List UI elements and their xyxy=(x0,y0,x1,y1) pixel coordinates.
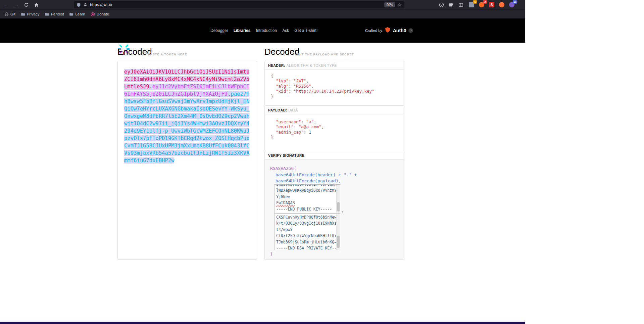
globe-icon xyxy=(4,12,9,16)
key-line: CfUxt2kDi3rwVqrNha6KHtIf0icqZ xyxy=(276,233,340,239)
shield-icon[interactable] xyxy=(77,3,81,7)
nav-get-a-t-shirt-[interactable]: Get a T-shirt! xyxy=(294,28,317,33)
url-text[interactable]: https://jwt.io xyxy=(90,2,112,7)
code-line: "email": "a@a.com", xyxy=(271,124,404,129)
key-line: 5WW37x5VHS6VVUsYzf+0UFGGWM04M xyxy=(276,184,340,187)
extension-5-button[interactable]: 16 xyxy=(508,1,515,8)
token-signature-segment: paez7hhBwsw5FbBflGsuSVwsj3mYwXrv1mpzUdHj… xyxy=(124,91,249,164)
bookmark-label: Donate xyxy=(97,12,109,16)
bookmark-label: Pentest xyxy=(51,12,64,16)
code-line: { xyxy=(271,73,404,78)
refresh-button[interactable] xyxy=(22,1,30,9)
pocket-icon xyxy=(439,2,444,7)
scrollbar-thumb[interactable] xyxy=(337,202,340,212)
bookmark-donate[interactable]: Donate xyxy=(88,11,111,17)
payload-json-editor[interactable]: "username": "a", "email": "a@a.com", "ad… xyxy=(265,114,404,140)
nav-debugger[interactable]: Debugger xyxy=(210,28,228,33)
bookmark-privacy[interactable]: Privacy xyxy=(18,11,42,17)
private-key-text: CXSPCuvnXyHmDPOQfOt6b5nMewG4k+t/Q3QLy/33… xyxy=(275,214,340,250)
browser-window: ← → https://jwt.io 90% ☆ 12S16 GitPrivac… xyxy=(0,0,525,324)
decoded-subtitle: EDIT THE PAYLOAD AND SECRET xyxy=(296,53,354,56)
home-icon xyxy=(34,2,39,7)
encoded-panel: eyJ0eXAiOiJKV1QiLCJhbGciOiJSUzI1NiIsImtp… xyxy=(117,61,257,260)
key-line: CXSPCuvnXyHmDPOQfOt6b5nMewG4 xyxy=(276,214,340,220)
sidebar-icon xyxy=(458,2,463,7)
key-line: k+t/Q3QLy/33vgIcj1UsE9NhXs9j2 xyxy=(276,220,340,226)
code-line: "alg": "RS256", xyxy=(271,84,404,89)
token-dot: . xyxy=(149,84,152,90)
payload-box-sublabel: DATA xyxy=(288,108,298,112)
private-key-scrollbar[interactable] xyxy=(336,214,340,250)
public-key-text: 5WW37x5VHS6VVUsYzf+0UFGGWM04MlWDXepw0KKk… xyxy=(275,184,340,212)
library-icon xyxy=(449,2,454,7)
code-line: base64UrlEncode(payload), xyxy=(270,178,404,184)
crafted-by-label: Crafted by xyxy=(365,29,382,33)
key-line: FwIDAQAB xyxy=(276,200,340,206)
code-line: "username": "a", xyxy=(271,119,404,124)
key-line: -----END PUBLIC KEY----- xyxy=(276,206,340,212)
bookmark-git[interactable]: Git xyxy=(2,11,18,17)
decoded-payload-box: PAYLOAD:DATA "username": "a", "email": "… xyxy=(264,105,404,151)
code-line: } xyxy=(271,135,404,140)
sidebar-toggle-button[interactable] xyxy=(457,1,465,9)
site-header: JWT DebuggerLibrariesIntroductionAskGet … xyxy=(0,18,525,43)
payload-box-label: PAYLOAD: xyxy=(268,108,287,112)
key-line: -----END RSA PRIVATE KEY----- xyxy=(276,245,340,250)
header-json-editor[interactable]: { "typ": "JWT", "alg": "RS256", "kid": "… xyxy=(265,70,404,99)
pocket-button[interactable] xyxy=(437,1,445,9)
site-nav: DebuggerLibrariesIntroductionAskGet a T-… xyxy=(210,18,317,43)
code-line: RSASHA256( xyxy=(270,166,404,172)
scrollbar-thumb[interactable] xyxy=(337,236,340,248)
key-line: t4/wpwY xyxy=(276,227,340,233)
forward-button[interactable]: → xyxy=(12,1,20,9)
extension-2-button[interactable]: 2 xyxy=(478,1,485,8)
verify-signature-area: RSASHA256( base64UrlEncode(header) + "."… xyxy=(265,159,404,260)
extension-3-icon: S xyxy=(489,2,494,7)
code-line: "kid": "http://10.10.14.22/privkey.key" xyxy=(271,89,404,94)
bookmark-label: Learn xyxy=(75,12,85,16)
back-button[interactable]: ← xyxy=(2,1,10,9)
key-line: YjGNev xyxy=(276,194,340,200)
token-dot: . xyxy=(228,91,231,97)
zoom-indicator[interactable]: 90% xyxy=(384,2,395,7)
key-line: lWDXepw0KKkvBqyi6cO7VVnzmYyLN xyxy=(276,187,340,193)
crafted-by-group: Crafted by Auth0 ? xyxy=(365,18,413,43)
nav-libraries[interactable]: Libraries xyxy=(234,28,251,33)
public-key-textarea[interactable]: 5WW37x5VHS6VVUsYzf+0UFGGWM04MlWDXepw0KKk… xyxy=(275,184,340,214)
code-line: } xyxy=(271,94,404,99)
encoded-title: Encoded xyxy=(117,47,152,57)
extension-1-button[interactable]: 1 xyxy=(468,1,475,8)
bookmark-star-icon[interactable]: ☆ xyxy=(397,2,402,7)
auth0-logo-icon[interactable] xyxy=(385,27,391,34)
header-box-sublabel: ALGORITHM & TOKEN TYPE xyxy=(287,63,337,67)
library-button[interactable] xyxy=(447,1,455,9)
extension-4-button[interactable] xyxy=(498,1,505,8)
extension-4-icon xyxy=(499,2,504,7)
footer-banner-edge xyxy=(0,322,525,324)
browser-toolbar: ← → https://jwt.io 90% ☆ 12S16 xyxy=(0,0,525,9)
extension-3-button[interactable]: S xyxy=(488,1,495,8)
decoded-verify-box: VERIFY SIGNATURE RSASHA256( base64UrlEnc… xyxy=(264,151,404,260)
nav-introduction[interactable]: Introduction xyxy=(256,28,277,33)
auth0-label[interactable]: Auth0 xyxy=(393,28,406,33)
encoded-token[interactable]: eyJ0eXAiOiJKV1QiLCJhbGciOiJSUzI1NiIsImtp… xyxy=(124,68,251,164)
home-button[interactable] xyxy=(32,1,40,9)
decoded-header-box: HEADER:ALGORITHM & TOKEN TYPE { "typ": "… xyxy=(264,61,404,106)
nav-ask[interactable]: Ask xyxy=(282,28,289,33)
payload-box-title: PAYLOAD:DATA xyxy=(265,106,404,114)
bookmarks-bar: GitPrivacyPentestLearnDonate xyxy=(0,9,525,18)
verify-box-title: VERIFY SIGNATURE xyxy=(265,151,404,159)
formula-close-paren: ) xyxy=(270,251,273,257)
bookmark-learn[interactable]: Learn xyxy=(67,11,87,17)
private-key-textarea[interactable]: CXSPCuvnXyHmDPOQfOt6b5nMewG4k+t/Q3QLy/33… xyxy=(275,213,340,250)
public-key-scrollbar[interactable] xyxy=(336,185,340,213)
refresh-icon xyxy=(24,2,29,7)
url-bar[interactable]: https://jwt.io 90% ☆ xyxy=(74,1,404,8)
help-icon[interactable]: ? xyxy=(408,28,413,33)
lock-icon[interactable] xyxy=(83,3,88,7)
bookmark-pentest[interactable]: Pentest xyxy=(42,11,66,17)
code-line: "admin_cap": 1 xyxy=(271,130,404,135)
folder-icon xyxy=(69,12,73,16)
donate-icon xyxy=(91,12,95,16)
signature-formula: RSASHA256( base64UrlEncode(header) + "."… xyxy=(265,159,404,184)
